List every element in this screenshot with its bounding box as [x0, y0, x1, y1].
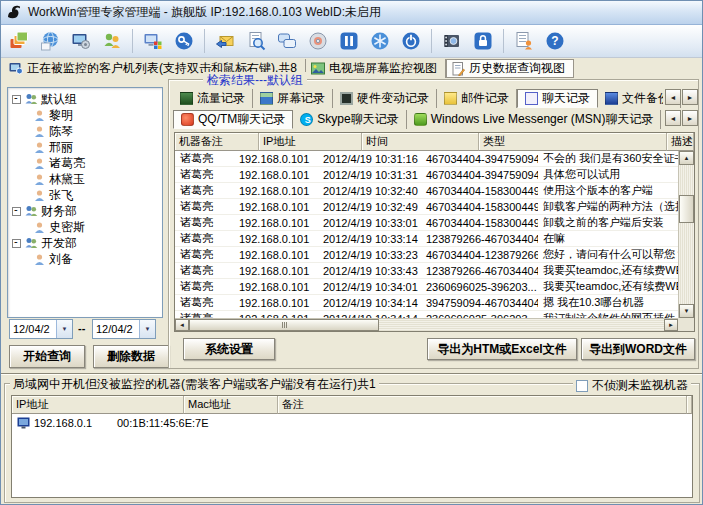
tab-label: 电视墙屏幕监控视图 [329, 60, 437, 77]
delete-data-button[interactable]: 删除数据 [93, 345, 169, 368]
group-icon [24, 236, 38, 250]
scroll-up-button[interactable] [679, 151, 694, 165]
user-icon [33, 221, 46, 234]
pause-monitor-icon[interactable] [336, 28, 362, 54]
system-settings-button[interactable]: 系统设置 [183, 338, 275, 360]
horizontal-scrollbar-thumb[interactable] [189, 319, 379, 331]
column-header[interactable]: IP地址 [12, 396, 184, 414]
video-record-icon[interactable] [439, 28, 465, 54]
chat-record-row[interactable]: 诸葛亮 192.168.0.101 2012/4/19 10:34:14 394… [175, 295, 678, 311]
tree-item[interactable]: 林黛玉 [8, 171, 162, 187]
date-from-combo[interactable]: 12/04/2 [9, 319, 73, 339]
record-tab-label: 流量记录 [197, 90, 245, 107]
unmonitored-row[interactable]: 192.168.0.1 00:1B:11:45:6E:7E [12, 414, 692, 431]
chat-monitor-icon[interactable] [274, 28, 300, 54]
browser-globe-icon[interactable] [37, 28, 63, 54]
column-header[interactable]: 机器备注 [175, 133, 259, 151]
tree-item[interactable]: 黎明 [8, 107, 162, 123]
date-from-dropdown-button[interactable] [56, 320, 72, 338]
user-log-icon[interactable] [511, 28, 537, 54]
record-tabs-scroll-right-button[interactable] [682, 89, 698, 105]
help-icon[interactable]: ? [542, 28, 568, 54]
record-tabs-scroll-left-button[interactable] [665, 89, 681, 105]
tab-history-query[interactable]: 历史数据查询视图 [446, 59, 574, 78]
chat-record-row[interactable]: 诸葛亮 192.168.0.101 2012/4/19 10:33:43 123… [175, 263, 678, 279]
record-tab[interactable]: 硬件变动记录 [333, 89, 437, 108]
tree-item[interactable]: 陈琴 [8, 123, 162, 139]
column-header[interactable]: 描述 [667, 133, 694, 151]
chat-record-row[interactable]: 诸葛亮 192.168.0.101 2012/4/19 10:31:16 467… [175, 151, 678, 167]
chat-tab-icon [300, 113, 313, 126]
record-tab-scroller [663, 89, 698, 105]
chat-record-row[interactable]: 诸葛亮 192.168.0.101 2012/4/19 10:34:01 236… [175, 279, 678, 295]
users-icon[interactable] [99, 28, 125, 54]
freeze-screen-icon[interactable] [367, 28, 393, 54]
chat-tab[interactable]: QQ/TM聊天记录 [173, 110, 293, 129]
record-tab[interactable]: 流量记录 [173, 89, 253, 108]
unmonitored-groupbox-label: 局域网中开机但没被监控的机器(需装客户端或客户端没有在运行)共1 [10, 376, 379, 393]
tree-item[interactable]: 张飞 [8, 187, 162, 203]
chat-record-row[interactable]: 诸葛亮 192.168.0.101 2012/4/19 10:32:40 467… [175, 183, 678, 199]
scroll-left-button[interactable] [175, 319, 189, 331]
start-query-button[interactable]: 开始查询 [9, 345, 85, 368]
column-header[interactable]: Mac地址 [184, 396, 278, 414]
date-to-combo[interactable]: 12/04/2 [92, 319, 156, 339]
cd-burn-icon[interactable] [305, 28, 331, 54]
app-logo-icon [6, 5, 22, 21]
chat-record-row[interactable]: 诸葛亮 192.168.0.101 2012/4/19 10:33:14 123… [175, 231, 678, 247]
group-icon [24, 92, 38, 106]
chat-record-row[interactable]: 诸葛亮 192.168.0.101 2012/4/19 10:31:31 467… [175, 167, 678, 183]
scroll-down-button[interactable] [679, 304, 694, 318]
date-to-dropdown-button[interactable] [139, 320, 155, 338]
cell-ip: 192.168.0.101 [234, 297, 318, 309]
no-detect-checkbox[interactable] [576, 380, 588, 392]
chat-tabs-scroll-right-button[interactable] [682, 110, 698, 126]
tree-item[interactable]: 刘备 [8, 251, 162, 267]
record-tab[interactable]: 屏幕记录 [253, 89, 333, 108]
record-tab[interactable]: 邮件记录 [437, 89, 517, 108]
chat-record-row[interactable]: 诸葛亮 192.168.0.101 2012/4/19 10:33:01 467… [175, 215, 678, 231]
search-records-icon[interactable] [243, 28, 269, 54]
chat-tab[interactable]: Windows Live Messenger (MSN)聊天记录 [407, 110, 662, 129]
vertical-scrollbar-thumb[interactable] [679, 195, 694, 223]
tree-item[interactable]: 诸葛亮 [8, 155, 162, 171]
record-tab[interactable]: 聊天记录 [517, 89, 598, 108]
column-header[interactable]: 时间 [362, 133, 479, 151]
horizontal-scrollbar[interactable] [175, 318, 678, 331]
lock-screen-icon[interactable] [470, 28, 496, 54]
monitored-clients-icon [9, 62, 23, 75]
tree-item[interactable]: 默认组 [8, 91, 162, 107]
tree-expander[interactable] [12, 239, 21, 248]
access-key-icon[interactable] [171, 28, 197, 54]
tree-item[interactable]: 开发部 [8, 235, 162, 251]
column-header[interactable] [687, 396, 692, 414]
record-tab-icon [260, 92, 273, 105]
column-header[interactable]: 类型 [479, 133, 667, 151]
export-word-button[interactable]: 导出到WORD文件 [581, 338, 695, 360]
column-header[interactable]: 备注 [278, 396, 687, 414]
tab-tv-wall[interactable]: 电视墙屏幕监控视图 [306, 59, 446, 78]
chat-tabs-scroll-left-button[interactable] [665, 110, 681, 126]
screen-settings-icon[interactable] [68, 28, 94, 54]
remote-computer-icon[interactable] [140, 28, 166, 54]
chat-record-row[interactable]: 诸葛亮 192.168.0.101 2012/4/19 10:33:23 467… [175, 247, 678, 263]
cell-type: 467034404-158300449 [421, 217, 538, 229]
tree-item-label: 史密斯 [49, 219, 85, 236]
chat-record-row[interactable]: 诸葛亮 192.168.0.101 2012/4/19 10:34:14 236… [175, 311, 678, 318]
app-window-icon[interactable] [6, 28, 32, 54]
vertical-scrollbar[interactable] [678, 151, 694, 318]
tree-item[interactable]: 史密斯 [8, 219, 162, 235]
mail-return-icon[interactable] [212, 28, 238, 54]
tree-expander[interactable] [12, 95, 21, 104]
chat-tab[interactable]: Skype聊天记录 [293, 110, 406, 129]
scroll-right-button[interactable] [664, 319, 678, 331]
export-htm-excel-button[interactable]: 导出为HTM或Excel文件 [427, 338, 577, 360]
chat-record-row[interactable]: 诸葛亮 192.168.0.101 2012/4/19 10:32:49 467… [175, 199, 678, 215]
tree-item[interactable]: 财务部 [8, 203, 162, 219]
tree-item-label: 刘备 [49, 251, 73, 268]
column-header[interactable]: IP地址 [259, 133, 362, 151]
tree-expander[interactable] [12, 207, 21, 216]
power-control-icon[interactable] [398, 28, 424, 54]
tree-item[interactable]: 邢丽 [8, 139, 162, 155]
cell-time: 2012/4/19 10:34:14 [318, 297, 421, 309]
